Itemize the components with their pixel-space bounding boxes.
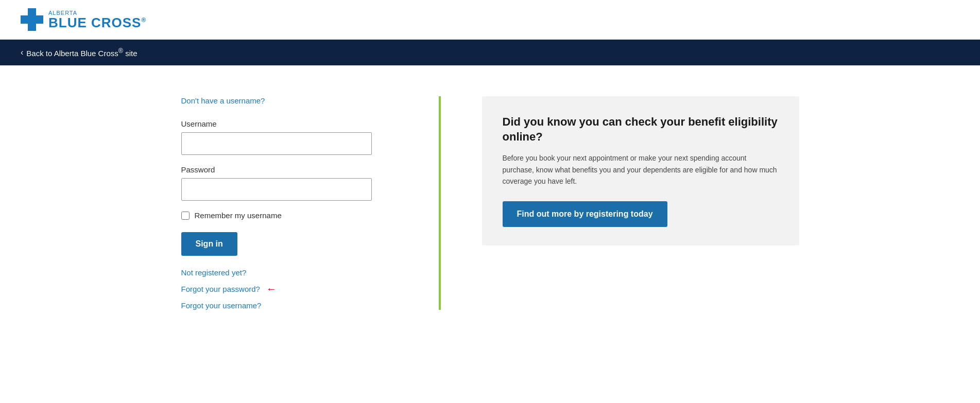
password-input[interactable]: [181, 178, 372, 201]
site-header: ALBERTA BLUE CROSS®: [0, 0, 980, 40]
back-link-label: Back to Alberta Blue Cross® site: [26, 47, 137, 58]
register-button[interactable]: Find out more by registering today: [503, 201, 667, 227]
chevron-left-icon: ‹: [21, 48, 23, 57]
remember-label[interactable]: Remember my username: [195, 211, 282, 220]
back-to-site-link[interactable]: ‹ Back to Alberta Blue Cross® site: [21, 47, 137, 58]
username-group: Username: [181, 119, 398, 155]
info-panel: Did you know you can check your benefit …: [482, 96, 799, 246]
blue-cross-icon: [21, 8, 43, 31]
signin-button[interactable]: Sign in: [181, 232, 237, 256]
red-arrow-icon: ←: [266, 283, 277, 295]
dont-have-username-link[interactable]: Don't have a username?: [181, 96, 265, 105]
password-group: Password: [181, 165, 398, 201]
not-registered-link[interactable]: Not registered yet?: [181, 268, 398, 277]
login-section: Don't have a username? Username Password…: [181, 96, 398, 310]
forgot-password-row: Forgot your password? ←: [181, 283, 398, 295]
links-section: Not registered yet? Forgot your password…: [181, 268, 398, 310]
password-label: Password: [181, 165, 398, 174]
username-label: Username: [181, 119, 398, 128]
navbar: ‹ Back to Alberta Blue Cross® site: [0, 40, 980, 65]
remember-row: Remember my username: [181, 211, 398, 220]
forgot-password-link[interactable]: Forgot your password?: [181, 285, 260, 293]
logo-text: ALBERTA BLUE CROSS®: [48, 10, 146, 29]
main-content: Don't have a username? Username Password…: [130, 65, 851, 341]
username-input[interactable]: [181, 132, 372, 155]
logo: ALBERTA BLUE CROSS®: [21, 8, 146, 31]
forgot-username-link[interactable]: Forgot your username?: [181, 301, 398, 310]
remember-checkbox[interactable]: [181, 212, 190, 220]
info-heading: Did you know you can check your benefit …: [503, 115, 779, 144]
svg-rect-1: [21, 15, 43, 24]
vertical-divider: [439, 96, 441, 310]
logo-bluecross: BLUE CROSS®: [48, 16, 146, 29]
info-body: Before you book your next appointment or…: [503, 152, 779, 187]
